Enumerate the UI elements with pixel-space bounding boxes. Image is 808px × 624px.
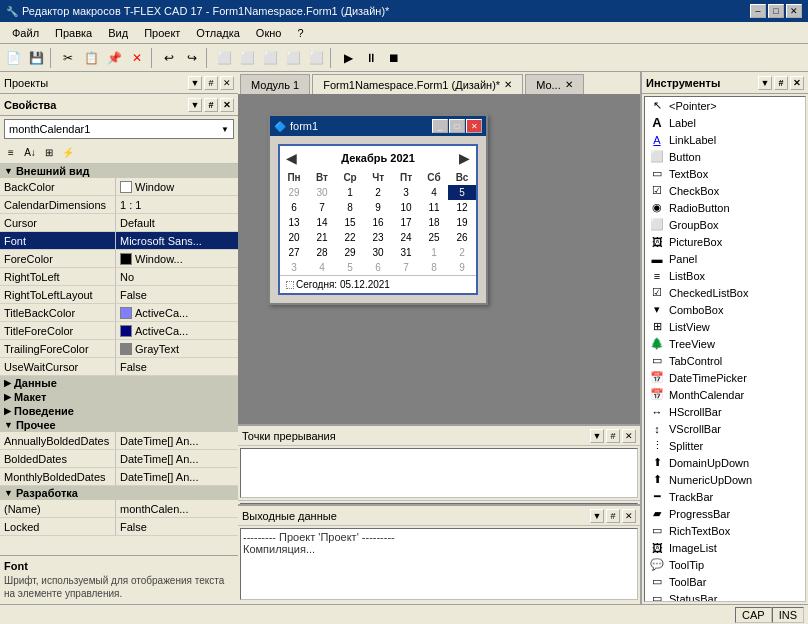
form-close-btn[interactable]: ✕ — [466, 119, 482, 133]
prop-usewaitcursor[interactable]: UseWaitCursor False — [0, 358, 238, 376]
section-data[interactable]: ▶ Данные — [0, 376, 238, 390]
prop-font[interactable]: Font Microsoft Sans... — [0, 232, 238, 250]
section-misc[interactable]: ▼ Прочее — [0, 418, 238, 432]
tb-b7[interactable]: ⏸ — [360, 47, 382, 69]
cal-day[interactable]: 26 — [448, 230, 476, 245]
prop-monthbolded[interactable]: MonthlyBoldedDates DateTime[] An... — [0, 468, 238, 486]
tb-b3[interactable]: ⬜ — [259, 47, 281, 69]
menu-window[interactable]: Окно — [248, 25, 290, 41]
cal-day[interactable]: 29 — [280, 185, 308, 200]
prop-bolded[interactable]: BoldedDates DateTime[] An... — [0, 450, 238, 468]
tb-b6[interactable]: ▶ — [337, 47, 359, 69]
cal-day[interactable]: 4 — [420, 185, 448, 200]
cal-day[interactable]: 18 — [420, 215, 448, 230]
bp-pin[interactable]: # — [606, 429, 620, 443]
tools-pin[interactable]: # — [774, 76, 788, 90]
form-min-btn[interactable]: _ — [432, 119, 448, 133]
tool-checkbox[interactable]: ☑ CheckBox — [645, 182, 805, 199]
tool-button[interactable]: ⬜ Button — [645, 148, 805, 165]
tool-panel[interactable]: ▬ Panel — [645, 250, 805, 267]
tool-linklabel[interactable]: A LinkLabel — [645, 131, 805, 148]
cal-day[interactable]: 1 — [420, 245, 448, 260]
projects-float[interactable]: ▼ — [188, 76, 202, 90]
prop-cursor[interactable]: Cursor Default — [0, 214, 238, 232]
tool-statusbar[interactable]: ▭ StatusBar — [645, 590, 805, 602]
cal-day[interactable]: 30 — [308, 185, 336, 200]
tools-float[interactable]: ▼ — [758, 76, 772, 90]
cal-day[interactable]: 21 — [308, 230, 336, 245]
prop-locked[interactable]: Locked False — [0, 518, 238, 536]
month-calendar-widget[interactable]: ◀ Декабрь 2021 ▶ Пн Вт Ср Чт — [278, 144, 478, 295]
menu-view[interactable]: Вид — [100, 25, 136, 41]
prop-tb-cat[interactable]: ≡ — [2, 144, 20, 162]
calendar-today-row[interactable]: Сегодня: 05.12.2021 — [280, 275, 476, 293]
tool-monthcalendar[interactable]: 📅 MonthCalendar — [645, 386, 805, 403]
tb-paste[interactable]: 📌 — [103, 47, 125, 69]
section-behavior[interactable]: ▶ Поведение — [0, 404, 238, 418]
cal-day[interactable]: 7 — [308, 200, 336, 215]
tool-toolbar[interactable]: ▭ ToolBar — [645, 573, 805, 590]
tb-cut[interactable]: ✂ — [57, 47, 79, 69]
cal-day[interactable]: 12 — [448, 200, 476, 215]
prop-tb-events[interactable]: ⚡ — [59, 144, 77, 162]
tab-form1[interactable]: Form1Namespace.Form1 (Дизайн)* ✕ — [312, 74, 523, 94]
form-design-area[interactable]: 🔷 form1 _ □ ✕ ◀ Декабрь 2021 ▶ — [238, 94, 640, 424]
tool-radiobutton[interactable]: ◉ RadioButton — [645, 199, 805, 216]
tool-groupbox[interactable]: ⬜ GroupBox — [645, 216, 805, 233]
props-pin[interactable]: # — [204, 98, 218, 112]
tool-trackbar[interactable]: ━ TrackBar — [645, 488, 805, 505]
cal-next-btn[interactable]: ▶ — [459, 150, 470, 166]
cal-day[interactable]: 24 — [392, 230, 420, 245]
cal-day[interactable]: 31 — [392, 245, 420, 260]
tb-delete[interactable]: ✕ — [126, 47, 148, 69]
menu-file[interactable]: Файл — [4, 25, 47, 41]
tool-listbox[interactable]: ≡ ListBox — [645, 267, 805, 284]
tool-vscrollbar[interactable]: ↕ VScrollBar — [645, 420, 805, 437]
cal-day[interactable]: 23 — [364, 230, 392, 245]
tool-pointer[interactable]: ↖ <Pointer> — [645, 97, 805, 114]
minimize-button[interactable]: – — [750, 4, 766, 18]
tb-b1[interactable]: ⬜ — [213, 47, 235, 69]
section-layout[interactable]: ▶ Макет — [0, 390, 238, 404]
menu-project[interactable]: Проект — [136, 25, 188, 41]
output-pin[interactable]: # — [606, 509, 620, 523]
cal-day[interactable]: 2 — [364, 185, 392, 200]
cal-day[interactable]: 9 — [364, 200, 392, 215]
tool-datetimepicker[interactable]: 📅 DateTimePicker — [645, 369, 805, 386]
tab-close-form1[interactable]: ✕ — [504, 79, 512, 90]
maximize-button[interactable]: □ — [768, 4, 784, 18]
tool-richtextbox[interactable]: ▭ RichTextBox — [645, 522, 805, 539]
tool-combobox[interactable]: ▾ ComboBox — [645, 301, 805, 318]
cal-day[interactable]: 4 — [308, 260, 336, 275]
cal-day[interactable]: 7 — [392, 260, 420, 275]
bp-close[interactable]: ✕ — [622, 429, 636, 443]
props-close[interactable]: ✕ — [220, 98, 234, 112]
tool-tooltip[interactable]: 💬 ToolTip — [645, 556, 805, 573]
tool-imagelist[interactable]: 🖼 ImageList — [645, 539, 805, 556]
cal-day-selected[interactable]: 5 — [448, 185, 476, 200]
prop-titleforecolor[interactable]: TitleForeColor ActiveCa... — [0, 322, 238, 340]
tool-domainupdown[interactable]: ⬆ DomainUpDown — [645, 454, 805, 471]
cal-prev-btn[interactable]: ◀ — [286, 150, 297, 166]
prop-backcolor[interactable]: BackColor Window — [0, 178, 238, 196]
tb-save[interactable]: 💾 — [25, 47, 47, 69]
tab-module1[interactable]: Модуль 1 — [240, 74, 310, 94]
prop-trailingforecolor[interactable]: TrailingForeColor GrayText — [0, 340, 238, 358]
cal-day[interactable]: 19 — [448, 215, 476, 230]
tool-hscrollbar[interactable]: ↔ HScrollBar — [645, 403, 805, 420]
cal-day[interactable]: 15 — [336, 215, 364, 230]
control-selector[interactable]: monthCalendar1 ▼ — [4, 119, 234, 139]
tool-textbox[interactable]: ▭ TextBox — [645, 165, 805, 182]
tb-new[interactable]: 📄 — [2, 47, 24, 69]
cal-day[interactable]: 27 — [280, 245, 308, 260]
cal-day[interactable]: 9 — [448, 260, 476, 275]
cal-day[interactable]: 6 — [364, 260, 392, 275]
cal-day[interactable]: 11 — [420, 200, 448, 215]
prop-tb-alpha[interactable]: A↓ — [21, 144, 39, 162]
menu-debug[interactable]: Отладка — [188, 25, 247, 41]
prop-righttoleft[interactable]: RightToLeft No — [0, 268, 238, 286]
cal-day[interactable]: 17 — [392, 215, 420, 230]
cal-day[interactable]: 13 — [280, 215, 308, 230]
cal-day[interactable]: 10 — [392, 200, 420, 215]
tab-close-mo[interactable]: ✕ — [565, 79, 573, 90]
